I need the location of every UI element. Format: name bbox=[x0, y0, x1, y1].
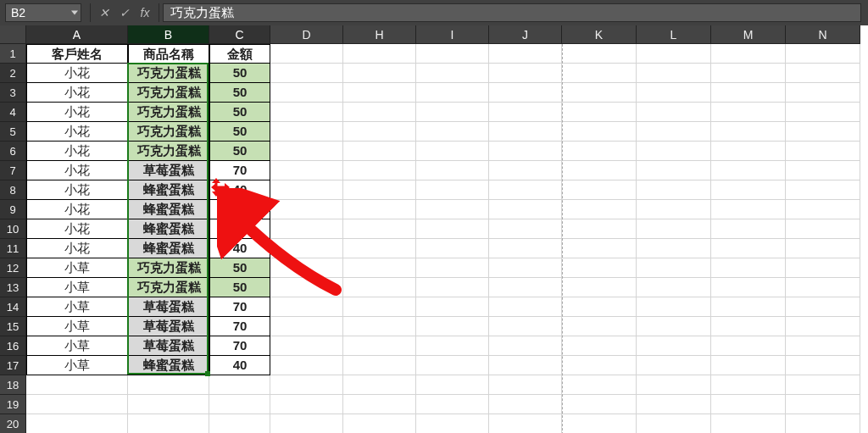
cell[interactable] bbox=[711, 103, 786, 122]
cell[interactable]: 小花 bbox=[26, 219, 128, 239]
cell[interactable]: 小花 bbox=[26, 239, 128, 258]
cell[interactable] bbox=[343, 83, 416, 103]
cell[interactable] bbox=[637, 219, 711, 239]
cell[interactable] bbox=[416, 44, 489, 64]
cell[interactable] bbox=[562, 219, 637, 239]
row-header-13[interactable]: 13 bbox=[0, 278, 26, 297]
cell[interactable] bbox=[416, 317, 489, 336]
cell[interactable] bbox=[270, 395, 343, 414]
cell[interactable]: 50 bbox=[209, 103, 270, 122]
cell[interactable] bbox=[711, 278, 786, 297]
row-header-11[interactable]: 11 bbox=[0, 239, 26, 258]
cell[interactable]: 50 bbox=[209, 122, 270, 142]
cell[interactable] bbox=[786, 278, 860, 297]
cell[interactable] bbox=[416, 64, 489, 83]
formula-input[interactable]: 巧克力蛋糕 bbox=[163, 3, 861, 22]
cell[interactable] bbox=[128, 375, 209, 395]
cell[interactable]: 40 bbox=[209, 180, 270, 200]
cell[interactable] bbox=[489, 414, 562, 433]
col-header-B[interactable]: B bbox=[128, 25, 209, 44]
cell[interactable] bbox=[343, 161, 416, 180]
cell[interactable] bbox=[637, 356, 711, 375]
cell[interactable]: 蜂蜜蛋糕 bbox=[128, 180, 209, 200]
col-header-C[interactable]: C bbox=[209, 25, 270, 44]
cell[interactable] bbox=[416, 356, 489, 375]
cell[interactable]: 40 bbox=[209, 239, 270, 258]
cell[interactable] bbox=[270, 142, 343, 161]
cell[interactable]: 小花 bbox=[26, 122, 128, 142]
cell[interactable]: 蜂蜜蛋糕 bbox=[128, 239, 209, 258]
cell[interactable]: 商品名稱 bbox=[128, 44, 209, 64]
cell[interactable] bbox=[416, 142, 489, 161]
cell[interactable]: 草莓蛋糕 bbox=[128, 297, 209, 317]
cell[interactable] bbox=[489, 278, 562, 297]
cell[interactable] bbox=[489, 161, 562, 180]
cell[interactable] bbox=[343, 122, 416, 142]
cell[interactable]: 小草 bbox=[26, 258, 128, 278]
cell[interactable] bbox=[562, 180, 637, 200]
cell[interactable] bbox=[416, 161, 489, 180]
cell[interactable] bbox=[343, 258, 416, 278]
cell[interactable] bbox=[786, 414, 860, 433]
cell[interactable] bbox=[637, 103, 711, 122]
cell[interactable] bbox=[489, 239, 562, 258]
cell[interactable] bbox=[343, 395, 416, 414]
name-box-dropdown-icon[interactable] bbox=[71, 11, 78, 15]
cell[interactable] bbox=[489, 317, 562, 336]
cell[interactable] bbox=[562, 375, 637, 395]
cell[interactable]: 40 bbox=[209, 356, 270, 375]
cell[interactable] bbox=[562, 200, 637, 219]
cell[interactable] bbox=[711, 336, 786, 356]
row-header-3[interactable]: 3 bbox=[0, 83, 26, 103]
cell[interactable] bbox=[711, 44, 786, 64]
cell[interactable] bbox=[711, 297, 786, 317]
cell[interactable] bbox=[489, 336, 562, 356]
row-header-19[interactable]: 19 bbox=[0, 395, 26, 414]
cell[interactable] bbox=[270, 200, 343, 219]
cell[interactable] bbox=[711, 142, 786, 161]
cell[interactable]: 小草 bbox=[26, 278, 128, 297]
cell[interactable] bbox=[489, 122, 562, 142]
cell[interactable] bbox=[489, 219, 562, 239]
cell[interactable] bbox=[786, 200, 860, 219]
cell[interactable] bbox=[637, 200, 711, 219]
name-box[interactable]: B2 bbox=[5, 3, 81, 22]
cell[interactable] bbox=[416, 103, 489, 122]
cell[interactable] bbox=[270, 180, 343, 200]
cell[interactable] bbox=[26, 375, 128, 395]
col-header-A[interactable]: A bbox=[26, 25, 128, 44]
cell[interactable]: 小花 bbox=[26, 142, 128, 161]
cell[interactable] bbox=[489, 395, 562, 414]
cell[interactable] bbox=[416, 239, 489, 258]
cell[interactable] bbox=[562, 278, 637, 297]
cell[interactable] bbox=[416, 83, 489, 103]
cell[interactable] bbox=[416, 375, 489, 395]
cell[interactable] bbox=[489, 142, 562, 161]
cell[interactable] bbox=[489, 44, 562, 64]
cell[interactable] bbox=[786, 258, 860, 278]
col-header-M[interactable]: M bbox=[711, 25, 786, 44]
cell[interactable]: 70 bbox=[209, 336, 270, 356]
cell[interactable] bbox=[562, 103, 637, 122]
cell[interactable]: 小草 bbox=[26, 356, 128, 375]
cell[interactable] bbox=[637, 258, 711, 278]
row-header-8[interactable]: 8 bbox=[0, 180, 26, 200]
cell[interactable] bbox=[343, 336, 416, 356]
cell[interactable] bbox=[637, 375, 711, 395]
cell[interactable] bbox=[786, 239, 860, 258]
cell[interactable] bbox=[786, 142, 860, 161]
cell[interactable] bbox=[562, 239, 637, 258]
row-header-15[interactable]: 15 bbox=[0, 317, 26, 336]
cell[interactable] bbox=[270, 161, 343, 180]
cell[interactable] bbox=[711, 219, 786, 239]
cell[interactable] bbox=[489, 200, 562, 219]
confirm-icon[interactable]: ✓ bbox=[116, 4, 133, 21]
cell[interactable] bbox=[562, 142, 637, 161]
cell[interactable] bbox=[562, 122, 637, 142]
cell[interactable] bbox=[343, 64, 416, 83]
cell[interactable] bbox=[343, 414, 416, 433]
cell[interactable] bbox=[489, 258, 562, 278]
cell[interactable]: 50 bbox=[209, 64, 270, 83]
cell[interactable] bbox=[270, 44, 343, 64]
cell[interactable]: 蜂蜜蛋糕 bbox=[128, 356, 209, 375]
